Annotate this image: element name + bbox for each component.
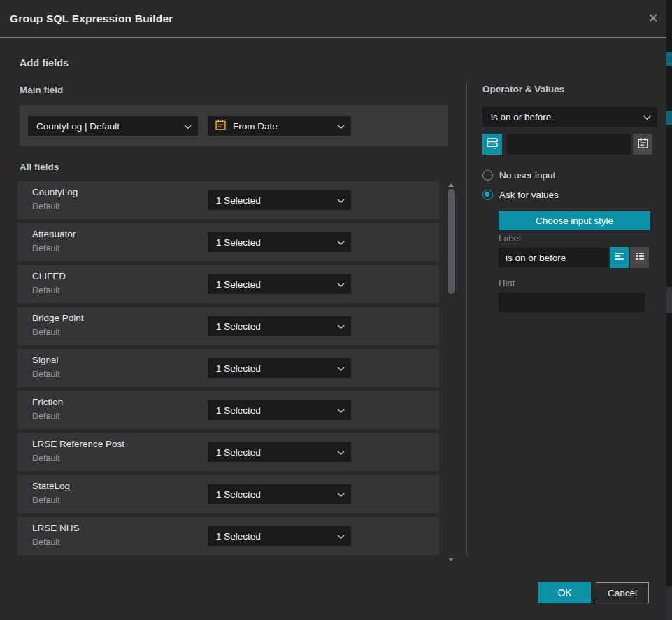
no-user-input-radio[interactable]: No user input (482, 170, 555, 181)
radio-circle-selected-icon (482, 190, 493, 200)
field-values-select[interactable]: 1 Selected (208, 526, 351, 546)
background-app-accent (666, 586, 672, 620)
field-name: LRSE NHS (32, 523, 80, 533)
field-row: LRSE Reference Post Default 1 Selected (17, 433, 439, 471)
field-sublabel: Default (32, 537, 60, 547)
field-name: Signal (32, 355, 59, 365)
main-field-heading: Main field (20, 85, 63, 95)
field-values-select-value: 1 Selected (216, 237, 261, 248)
field-row: CountyLog Default 1 Selected (17, 181, 439, 219)
field-name: StateLog (32, 481, 70, 491)
list-icon (634, 251, 645, 265)
layer-select[interactable]: CountyLog | Default (28, 116, 198, 136)
close-button[interactable]: ✕ (644, 9, 662, 27)
field-sublabel: Default (32, 244, 60, 253)
field-sublabel: Default (32, 327, 60, 337)
add-fields-heading: Add fields (20, 57, 69, 69)
field-sublabel: Default (32, 202, 60, 211)
hint-input[interactable] (499, 293, 645, 312)
field-values-select-value: 1 Selected (216, 531, 261, 542)
field-row: Attenuator Default 1 Selected (17, 223, 439, 261)
value-input[interactable] (507, 134, 631, 155)
field-sublabel: Default (32, 369, 60, 379)
field-values-select[interactable]: 1 Selected (208, 316, 351, 336)
all-fields-heading: All fields (20, 162, 59, 172)
main-field-select-value: From Date (233, 121, 278, 132)
chevron-down-icon (337, 121, 345, 132)
operator-select-value: is on or before (491, 112, 551, 122)
field-name: LRSE Reference Post (32, 439, 124, 449)
chevron-down-icon (337, 195, 345, 206)
calendar-icon (637, 137, 649, 152)
field-row: CLIFED Default 1 Selected (17, 265, 439, 303)
chevron-down-icon (337, 279, 345, 290)
field-row: Signal Default 1 Selected (17, 349, 439, 387)
background-app-accent (666, 52, 672, 66)
scrollbar-thumb[interactable] (448, 189, 455, 294)
chevron-down-icon (337, 363, 345, 374)
field-values-select-value: 1 Selected (216, 321, 261, 332)
all-fields-list: CountyLog Default 1 Selected Attenuator … (17, 181, 439, 559)
chevron-down-icon (184, 121, 192, 132)
align-left-icon (614, 251, 625, 265)
background-app-accent (666, 111, 672, 125)
chevron-down-icon (337, 405, 345, 416)
field-sublabel: Default (32, 411, 60, 421)
field-name: CountyLog (32, 187, 78, 197)
field-name: Attenuator (32, 229, 76, 239)
field-values-select[interactable]: 1 Selected (208, 484, 351, 504)
field-values-select[interactable]: 1 Selected (208, 190, 351, 210)
operator-select[interactable]: is on or before (482, 107, 657, 127)
screen: { "dialog": { "title": "Group SQL Expres… (0, 0, 672, 620)
ok-button[interactable]: OK (538, 582, 591, 603)
stacked-values-icon (486, 136, 499, 152)
label-input[interactable] (499, 248, 608, 267)
list-style-button[interactable] (630, 247, 649, 268)
cancel-button[interactable]: Cancel (596, 582, 649, 603)
field-values-select[interactable]: 1 Selected (208, 274, 351, 294)
field-values-select[interactable]: 1 Selected (208, 442, 351, 462)
date-picker-button[interactable] (633, 134, 652, 155)
field-name: CLIFED (32, 271, 66, 281)
date-field-icon (215, 119, 227, 133)
dialog-header: Group SQL Expression Builder ✕ (0, 0, 666, 38)
chevron-down-icon (337, 237, 345, 248)
ask-for-values-radio[interactable]: Ask for values (482, 190, 559, 200)
field-row: StateLog Default 1 Selected (17, 475, 439, 513)
field-name: Bridge Point (32, 313, 84, 323)
field-values-select[interactable]: 1 Selected (208, 358, 351, 378)
choose-input-style-button[interactable]: Choose input style (499, 211, 650, 230)
field-values-select[interactable]: 1 Selected (208, 232, 351, 252)
field-sublabel: Default (32, 495, 60, 505)
ask-for-values-label: Ask for values (499, 190, 559, 200)
field-sublabel: Default (32, 286, 60, 295)
field-values-select-value: 1 Selected (216, 489, 261, 500)
field-values-select-value: 1 Selected (216, 405, 261, 416)
field-sublabel: Default (32, 453, 60, 463)
field-row: LRSE NHS Default 1 Selected (17, 517, 439, 555)
field-values-select-value: 1 Selected (216, 363, 261, 374)
no-user-input-label: No user input (499, 170, 555, 181)
field-row: Bridge Point Default 1 Selected (17, 307, 439, 345)
value-type-button[interactable] (482, 134, 502, 155)
label-caption: Label (499, 233, 521, 244)
single-line-style-button[interactable] (610, 247, 629, 268)
field-name: Friction (32, 397, 63, 407)
close-icon: ✕ (648, 10, 658, 26)
scrollbar-up-arrow[interactable] (448, 183, 454, 187)
radio-circle-icon (482, 170, 493, 181)
operator-values-heading: Operator & Values (482, 84, 564, 94)
panel-divider (466, 82, 467, 556)
chevron-down-icon (337, 489, 345, 500)
scrollbar-down-arrow[interactable] (448, 558, 454, 561)
dialog-title: Group SQL Expression Builder (10, 0, 173, 37)
chevron-down-icon (643, 112, 651, 122)
field-values-select[interactable]: 1 Selected (208, 400, 351, 420)
main-field-panel: CountyLog | Default From Date (20, 105, 448, 146)
field-values-select-value: 1 Selected (216, 279, 261, 290)
field-values-select-value: 1 Selected (216, 195, 261, 206)
chevron-down-icon (337, 531, 345, 542)
main-field-select[interactable]: From Date (208, 116, 351, 136)
chevron-down-icon (337, 321, 345, 332)
field-values-select-value: 1 Selected (216, 447, 261, 458)
